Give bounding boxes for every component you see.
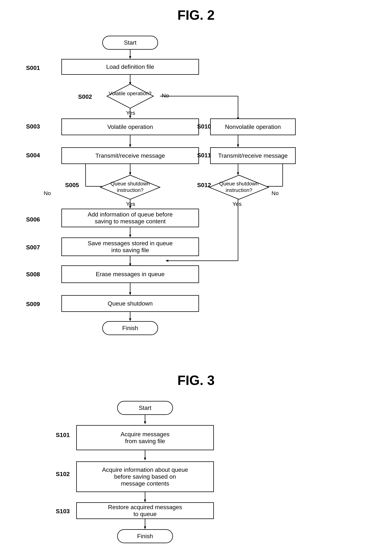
fig2-s012-decision: Queue shutdown instruction? [208,174,270,200]
fig2-title: FIG. 2 [15,7,377,23]
fig2-s009-label: S009 [26,301,40,307]
svg-text:instruction?: instruction? [225,187,252,193]
fig3-finish: Finish [117,529,173,543]
fig2-s004-label: S004 [26,152,40,159]
fig2-s011-label: S011 [197,152,211,159]
svg-text:Volatile operation?: Volatile operation? [109,91,152,96]
svg-text:Queue shutdown: Queue shutdown [111,181,150,187]
fig2-s001: Load definition file [61,59,199,75]
svg-marker-10 [129,145,131,147]
fig2-no-volatile: No [162,92,169,99]
svg-marker-29 [166,260,168,262]
svg-marker-53 [144,526,146,529]
fig2-s010: Nonvolatile operation [210,119,296,135]
fig2-s003: Volatile operation [61,119,199,135]
fig2-s005-decision: Queue shutdown instruction? [99,174,161,200]
fig2-s002-decision: Volatile operation? [106,83,154,109]
fig3-s102-label: S102 [56,471,70,478]
fig2-s006-label: S006 [26,216,40,223]
svg-marker-49 [144,458,146,460]
fig2-start: Start [102,36,158,50]
fig3-s103-label: S103 [56,508,70,515]
fig2-yes-volatile: Yes [126,110,135,116]
svg-text:instruction?: instruction? [117,187,143,193]
fig3-s101: Acquire messages from saving file [76,425,214,450]
fig2-s001-label: S001 [26,64,40,71]
svg-marker-51 [144,500,146,502]
fig2-s007-label: S007 [26,244,40,251]
svg-marker-5 [129,116,131,119]
fig2-finish: Finish [102,321,158,335]
svg-text:Queue shutdown: Queue shutdown [219,181,259,187]
fig2-s011: Transmit/receive message [210,147,296,164]
fig2-s008-label: S008 [26,271,40,278]
fig2-s009: Queue shutdown [61,295,199,312]
svg-marker-37 [129,318,131,321]
svg-marker-47 [144,421,146,424]
svg-marker-31 [129,235,131,237]
svg-marker-12 [237,145,239,147]
fig2-s003-label: S003 [26,123,40,130]
fig2-s005-label: S005 [65,182,79,188]
fig3-s103: Restore acquired messages to queue [76,502,214,519]
fig3-s101-label: S101 [56,432,70,439]
fig2-s004: Transmit/receive message [61,147,199,164]
svg-marker-35 [129,292,131,295]
fig3-title: FIG. 3 [15,373,377,388]
fig2-yes-s005: Yes [126,201,135,207]
fig2-yes-s012: Yes [232,201,242,207]
fig3-start: Start [117,401,173,415]
fig2-s002-label: S002 [78,93,92,100]
fig2-s010-label: S010 [197,123,211,130]
svg-marker-1 [129,56,131,59]
fig2-s006: Add information of queue before saving t… [61,209,199,227]
fig2-no-s012: No [272,190,279,196]
fig2-s008: Erase messages in queue [61,265,199,283]
fig2-s007: Save messages stored in queue into savin… [61,237,199,256]
fig3-s102: Acquire information about queue before s… [76,461,214,492]
fig2-no-s005: No [44,190,51,196]
